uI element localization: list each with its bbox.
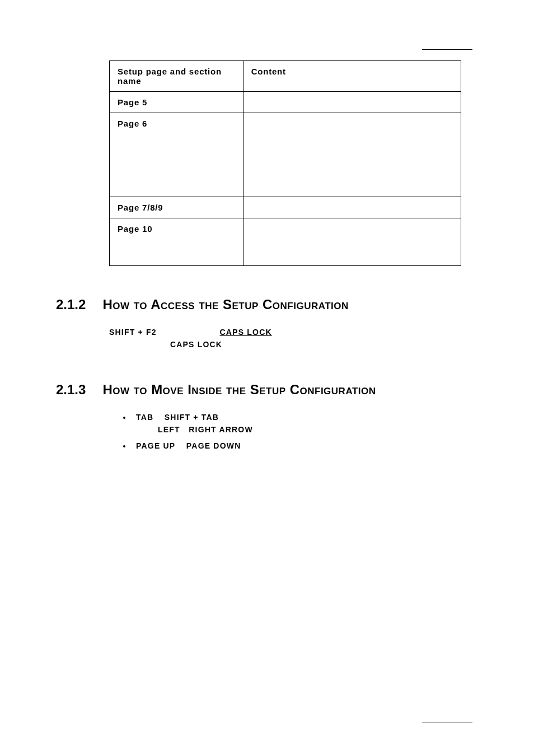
key-tab: TAB	[136, 413, 153, 422]
section-number: 2.1.2	[56, 297, 86, 312]
key-caps-lock: CAPS LOCK	[170, 340, 222, 349]
setup-pages-table: Setup page and section name Content Page…	[109, 60, 461, 266]
cell-page-label: Page 6	[110, 113, 243, 197]
key-caps-lock-underlined: CAPS LOCK	[220, 328, 272, 337]
key-page-down: PAGE DOWN	[186, 441, 241, 450]
section-heading-2-1-3: 2.1.3 How to Move Inside the Setup Confi…	[56, 382, 478, 398]
key-right-arrow: RIGHT ARROW	[189, 425, 253, 434]
section-number: 2.1.3	[56, 382, 86, 398]
cell-page-label: Page 7/8/9	[110, 197, 243, 218]
section-2-1-3-list: TAB SHIFT + TAB LEFT RIGHT ARROW PAGE UP…	[132, 411, 461, 452]
key-shift-f2: SHIFT + F2	[109, 328, 157, 337]
list-item: PAGE UP PAGE DOWN	[132, 440, 461, 452]
th-content: Content	[243, 61, 461, 92]
key-shift-tab: SHIFT + TAB	[165, 413, 219, 422]
cell-page-label: Page 10	[110, 218, 243, 266]
list-item: TAB SHIFT + TAB LEFT RIGHT ARROW	[132, 411, 461, 436]
table-row: Page 6	[110, 113, 461, 197]
table-row: Page 5	[110, 92, 461, 113]
cell-page-label: Page 5	[110, 92, 243, 113]
cell-content	[243, 218, 461, 266]
section-title: How to Move Inside the Setup Configurati…	[102, 382, 376, 398]
section-title: How to Access the Setup Configuration	[102, 297, 348, 312]
table-row: Page 7/8/9	[110, 197, 461, 218]
section-heading-2-1-2: 2.1.2 How to Access the Setup Configurat…	[56, 297, 478, 312]
cell-content	[243, 113, 461, 197]
bottom-rule	[422, 722, 472, 722]
th-setup-page: Setup page and section name	[110, 61, 243, 92]
key-left: LEFT	[158, 425, 180, 434]
key-page-up: PAGE UP	[136, 441, 175, 450]
top-rule	[422, 49, 472, 50]
table-row: Page 10	[110, 218, 461, 266]
section-2-1-2-body: SHIFT + F2 CAPS LOCK CAPS LOCK	[109, 326, 461, 351]
cell-content	[243, 197, 461, 218]
cell-content	[243, 92, 461, 113]
